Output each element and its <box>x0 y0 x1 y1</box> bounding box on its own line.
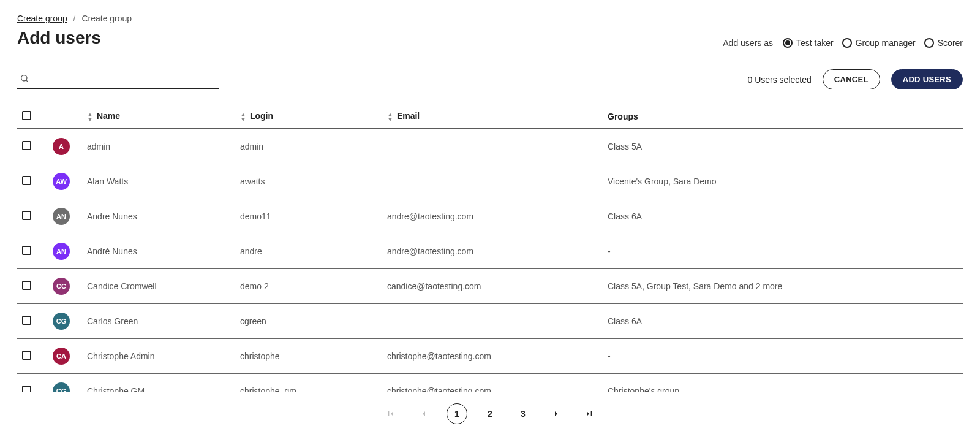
search-icon <box>20 74 29 83</box>
cell-name: Carlos Green <box>82 304 235 339</box>
page-title: Add users <box>17 28 101 48</box>
role-radio-label: Scorer <box>938 38 963 48</box>
cell-email: andre@taotesting.com <box>382 199 603 234</box>
cell-login: awatts <box>235 164 382 199</box>
users-table: Name Login Email Groups AadminadminClass… <box>17 105 963 392</box>
column-header-login[interactable]: Login <box>235 105 382 129</box>
role-radio-label: Test taker <box>796 38 834 48</box>
svg-point-0 <box>21 75 27 81</box>
last-page-button[interactable] <box>579 403 600 424</box>
radio-icon <box>783 38 793 48</box>
avatar: CG <box>53 382 70 392</box>
add-users-button[interactable]: ADD USERS <box>891 69 963 89</box>
table-row: ANAndre Nunesdemo11andre@taotesting.comC… <box>17 199 963 234</box>
row-checkbox[interactable] <box>22 316 31 325</box>
avatar: AN <box>53 208 70 225</box>
sort-icon <box>240 112 246 122</box>
row-checkbox[interactable] <box>22 351 31 360</box>
avatar: CG <box>53 313 70 330</box>
cell-email <box>382 129 603 164</box>
search-field-wrap[interactable] <box>17 70 219 89</box>
avatar: CA <box>53 348 70 365</box>
avatar: A <box>53 138 70 155</box>
first-page-button[interactable] <box>380 403 401 424</box>
breadcrumb-separator: / <box>74 13 76 23</box>
avatar: AW <box>53 173 70 190</box>
column-header-name[interactable]: Name <box>82 105 235 129</box>
table-row: AadminadminClass 5A <box>17 129 963 164</box>
sort-icon <box>387 112 393 122</box>
breadcrumb-link-create-group[interactable]: Create group <box>17 13 67 23</box>
cell-login: demo 2 <box>235 269 382 304</box>
cell-email <box>382 304 603 339</box>
search-input[interactable] <box>34 74 219 84</box>
cell-email: andre@taotesting.com <box>382 234 603 269</box>
cell-name: Andre Nunes <box>82 199 235 234</box>
cell-login: christophe <box>235 339 382 374</box>
radio-icon <box>924 38 934 48</box>
role-radio-test-taker[interactable]: Test taker <box>783 38 834 48</box>
cell-email: christophe@taotesting.com <box>382 339 603 374</box>
cell-name: Candice Cromwell <box>82 269 235 304</box>
table-row: CGChristophe GMchristophe_gmchristophe@t… <box>17 374 963 393</box>
cell-name: André Nunes <box>82 234 235 269</box>
cell-login: demo11 <box>235 199 382 234</box>
cell-email: candice@taotesting.com <box>382 269 603 304</box>
breadcrumb-current: Create group <box>81 13 132 23</box>
divider <box>17 59 963 59</box>
row-checkbox[interactable] <box>22 141 31 150</box>
row-checkbox[interactable] <box>22 281 31 290</box>
cell-name: Christophe Admin <box>82 339 235 374</box>
cell-groups: Class 6A <box>603 304 963 339</box>
radio-icon <box>842 38 852 48</box>
avatar: CC <box>53 278 70 295</box>
users-table-body: AadminadminClass 5AAWAlan WattsawattsVic… <box>17 129 963 392</box>
table-row: AWAlan WattsawattsVicente's Group, Sara … <box>17 164 963 199</box>
avatar: AN <box>53 243 70 260</box>
next-page-button[interactable] <box>546 403 567 424</box>
cell-email <box>382 164 603 199</box>
cell-groups: - <box>603 234 963 269</box>
prev-page-button[interactable] <box>413 403 434 424</box>
table-row: CAChristophe Adminchristophechristophe@t… <box>17 339 963 374</box>
role-radio-group: Add users as Test takerGroup managerScor… <box>723 38 963 48</box>
row-checkbox[interactable] <box>22 386 31 392</box>
role-prompt: Add users as <box>723 38 773 48</box>
svg-line-1 <box>26 80 28 82</box>
row-checkbox[interactable] <box>22 246 31 255</box>
cell-name: Alan Watts <box>82 164 235 199</box>
cell-groups: Class 6A <box>603 199 963 234</box>
cell-groups: Class 5A, Group Test, Sara Demo and 2 mo… <box>603 269 963 304</box>
row-checkbox[interactable] <box>22 211 31 220</box>
cell-name: admin <box>82 129 235 164</box>
role-radio-scorer[interactable]: Scorer <box>924 38 963 48</box>
page-button-1[interactable]: 1 <box>447 403 467 424</box>
cell-groups: - <box>603 339 963 374</box>
cell-login: admin <box>235 129 382 164</box>
cell-name: Christophe GM <box>82 374 235 393</box>
cell-groups: Vicente's Group, Sara Demo <box>603 164 963 199</box>
table-row: CGCarlos GreencgreenClass 6A <box>17 304 963 339</box>
cancel-button[interactable]: CANCEL <box>823 69 880 89</box>
cell-login: christophe_gm <box>235 374 382 393</box>
cell-email: christophe@taotesting.com <box>382 374 603 393</box>
table-row: CCCandice Cromwelldemo 2candice@taotesti… <box>17 269 963 304</box>
cell-groups: Christophe's group <box>603 374 963 393</box>
role-radio-group-manager[interactable]: Group manager <box>842 38 916 48</box>
pagination: 123 <box>17 392 963 435</box>
column-header-email[interactable]: Email <box>382 105 603 129</box>
table-row: ANAndré Nunesandreandre@taotesting.com- <box>17 234 963 269</box>
page-button-2[interactable]: 2 <box>480 403 500 424</box>
row-checkbox[interactable] <box>22 176 31 185</box>
role-radio-label: Group manager <box>856 38 916 48</box>
sort-icon <box>87 112 93 122</box>
column-header-groups: Groups <box>603 105 963 129</box>
page-button-3[interactable]: 3 <box>513 403 533 424</box>
select-all-checkbox[interactable] <box>22 111 31 120</box>
selected-count: 0 Users selected <box>747 75 811 85</box>
breadcrumb: Create group / Create group <box>17 13 963 23</box>
cell-login: cgreen <box>235 304 382 339</box>
cell-groups: Class 5A <box>603 129 963 164</box>
cell-login: andre <box>235 234 382 269</box>
